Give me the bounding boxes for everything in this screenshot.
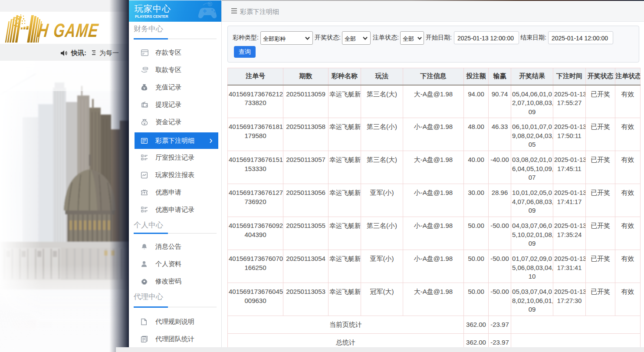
svg-text:H: H [37,20,50,41]
svg-text:GAME: GAME [53,20,100,41]
